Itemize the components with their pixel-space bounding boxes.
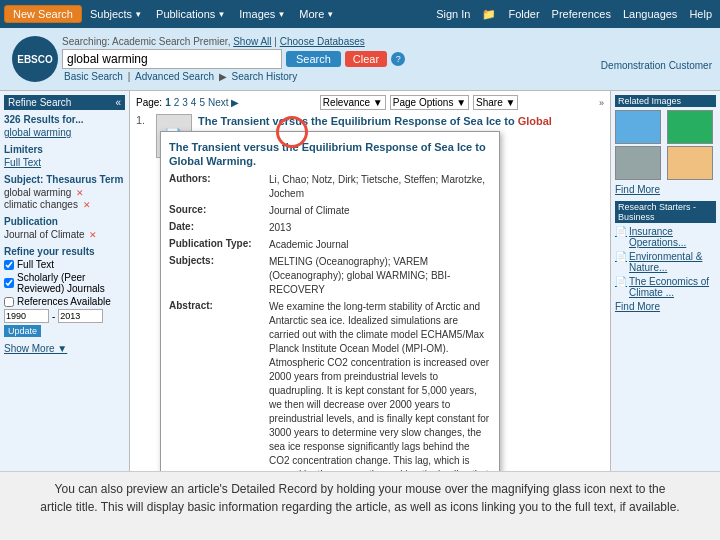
search-links: Basic Search | Advanced Search ▶ Search … — [62, 71, 712, 82]
page-4-link[interactable]: 4 — [191, 97, 197, 108]
advanced-search-link[interactable]: Advanced Search — [135, 71, 214, 82]
related-image-2[interactable] — [667, 110, 713, 144]
subject2-remove-icon[interactable]: ✕ — [83, 200, 91, 210]
update-button[interactable]: Update — [4, 325, 41, 337]
expand-right-icon[interactable]: » — [599, 98, 604, 108]
share-select[interactable]: Share ▼ — [473, 95, 518, 110]
popup-abstract-row: Abstract: We examine the long-term stabi… — [169, 300, 491, 471]
publications-chevron-icon: ▼ — [217, 10, 225, 19]
main-layout: Refine Search « 326 Results for... globa… — [0, 91, 720, 471]
research-item-2[interactable]: 📄 Environmental & Nature... — [615, 251, 716, 273]
subject1-remove-icon[interactable]: ✕ — [76, 188, 84, 198]
more-menu[interactable]: More ▼ — [293, 6, 340, 22]
clear-button[interactable]: Clear — [345, 51, 387, 67]
limiters-title: Limiters — [4, 144, 125, 155]
results-for-section: 326 Results for... global warming — [4, 114, 125, 138]
popup-pubtype-row: Publication Type: Academic Journal — [169, 238, 491, 252]
basic-search-link[interactable]: Basic Search — [64, 71, 123, 82]
choose-db-link[interactable]: Choose Databases — [280, 36, 365, 47]
show-all-link[interactable]: Show All — [233, 36, 271, 47]
show-more-link[interactable]: Show More ▼ — [4, 343, 125, 354]
languages-link[interactable]: Languages — [619, 6, 681, 22]
popup-subjects-row: Subjects: MELTING (Oceanography); VAREM … — [169, 255, 491, 297]
search-help-icon[interactable]: ? — [391, 52, 405, 66]
research-icon-1: 📄 — [615, 226, 627, 237]
publication-remove-icon[interactable]: ✕ — [89, 230, 97, 240]
publication-section: Publication Journal of Climate ✕ — [4, 216, 125, 240]
images-chevron-icon: ▼ — [277, 10, 285, 19]
full-text-checkbox-row: Full Text — [4, 259, 125, 270]
page-2-link[interactable]: 2 — [174, 97, 180, 108]
results-query[interactable]: global warming — [4, 127, 125, 138]
preferences-link[interactable]: Preferences — [548, 6, 615, 22]
subject-item-2[interactable]: climatic changes ✕ — [4, 199, 125, 210]
related-image-4[interactable] — [667, 146, 713, 180]
subject-title: Subject: Thesaurus Term — [4, 174, 125, 185]
publication-title: Publication — [4, 216, 125, 227]
nav-right-links: Sign In 📁 Folder Preferences Languages H… — [432, 6, 716, 23]
popup-source-value: Journal of Climate — [269, 204, 491, 218]
publication-value[interactable]: Journal of Climate ✕ — [4, 229, 125, 240]
pub-date-filter: - — [4, 309, 125, 323]
related-images-title: Related Images — [615, 95, 716, 107]
refine-section: Refine your results Full Text Scholarly … — [4, 246, 125, 337]
subject-item-1[interactable]: global warming ✕ — [4, 187, 125, 198]
find-more-research-link[interactable]: Find More — [615, 301, 716, 312]
research-icon-2: 📄 — [615, 251, 627, 262]
new-search-button[interactable]: New Search — [4, 5, 82, 23]
research-icon-3: 📄 — [615, 276, 627, 287]
refine-title: Refine your results — [4, 246, 125, 257]
sign-in-link[interactable]: Sign In — [432, 6, 474, 22]
references-checkbox-row: References Available — [4, 296, 125, 307]
references-checkbox[interactable] — [4, 297, 14, 307]
full-text-checkbox[interactable] — [4, 260, 14, 270]
scholarly-label: Scholarly (Peer Reviewed) Journals — [17, 272, 125, 294]
popup-authors-row: Authors: Li, Chao; Notz, Dirk; Tietsche,… — [169, 173, 491, 201]
refine-search-title: Refine Search « — [4, 95, 125, 110]
research-item-1[interactable]: 📄 Insurance Operations... — [615, 226, 716, 248]
demo-customer-label: Demonstration Customer — [601, 60, 712, 71]
pub-date-from-input[interactable] — [4, 309, 49, 323]
more-chevron-icon: ▼ — [326, 10, 334, 19]
related-image-1[interactable] — [615, 110, 661, 144]
ebsco-logo: EBSCO — [12, 36, 58, 82]
popup-date-label: Date: — [169, 221, 269, 235]
next-link[interactable]: Next ▶ — [208, 97, 239, 108]
full-text-limiter[interactable]: Full Text — [4, 157, 125, 168]
popup-pubtype-label: Publication Type: — [169, 238, 269, 252]
search-input[interactable] — [62, 49, 282, 69]
popup-source-row: Source: Journal of Climate — [169, 204, 491, 218]
subjects-menu[interactable]: Subjects ▼ — [84, 6, 148, 22]
collapse-icon[interactable]: « — [115, 97, 121, 108]
images-menu[interactable]: Images ▼ — [233, 6, 291, 22]
result-number: 1. — [136, 114, 150, 158]
search-button[interactable]: Search — [286, 51, 341, 67]
related-image-3[interactable] — [615, 146, 661, 180]
scholarly-checkbox[interactable] — [4, 278, 14, 288]
find-more-images-link[interactable]: Find More — [615, 184, 716, 195]
right-sidebar: Related Images Find More Research Starte… — [610, 91, 720, 471]
results-top-bar: Page: 1 2 3 4 5 Next ▶ Relevance ▼ Page … — [136, 95, 604, 110]
page-1-link[interactable]: 1 — [165, 97, 171, 108]
research-item-3[interactable]: 📄 The Economics of Climate ... — [615, 276, 716, 298]
pub-date-to-input[interactable] — [58, 309, 103, 323]
bottom-caption: You can also preview an article's Detail… — [0, 471, 720, 540]
relevance-select[interactable]: Relevance ▼ — [320, 95, 386, 110]
research-starters-title: Research Starters - Business — [615, 201, 716, 223]
results-count: 326 Results for... — [4, 114, 125, 125]
search-history-link[interactable]: Search History — [232, 71, 298, 82]
scholarly-checkbox-row: Scholarly (Peer Reviewed) Journals — [4, 272, 125, 294]
top-nav-bar: New Search Subjects ▼ Publications ▼ Ima… — [0, 0, 720, 28]
page-5-link[interactable]: 5 — [199, 97, 205, 108]
left-sidebar: Refine Search « 326 Results for... globa… — [0, 91, 130, 471]
popup-title: The Transient versus the Equilibrium Res… — [169, 140, 491, 169]
page-options-select[interactable]: Page Options ▼ — [390, 95, 469, 110]
page-label: Page: — [136, 97, 162, 108]
search-area: EBSCO Searching: Academic Search Premier… — [0, 28, 720, 91]
help-link[interactable]: Help — [685, 6, 716, 22]
subjects-chevron-icon: ▼ — [134, 10, 142, 19]
folder-link[interactable]: Folder — [504, 6, 543, 22]
page-3-link[interactable]: 3 — [182, 97, 188, 108]
publications-menu[interactable]: Publications ▼ — [150, 6, 231, 22]
magnifying-glass-pointer-circle — [276, 116, 308, 148]
